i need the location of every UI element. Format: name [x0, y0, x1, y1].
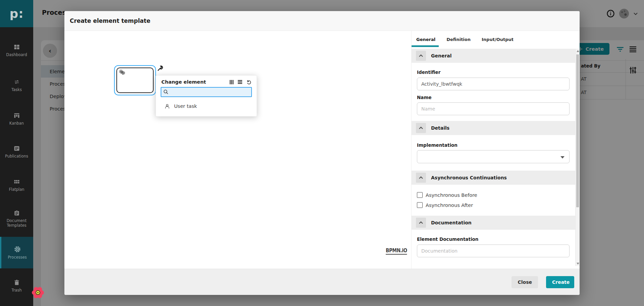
name-label: Name	[417, 95, 570, 100]
bpmn-canvas[interactable]: Change element	[64, 31, 411, 269]
identifier-label: Identifier	[417, 70, 570, 75]
tab-input-output[interactable]: Input/Output	[482, 37, 514, 42]
sidebar-item-label: Processes	[1, 255, 34, 260]
change-element-popup: Change element	[156, 75, 257, 117]
scrollbar-thumb[interactable]	[576, 54, 579, 207]
sidebar: p: Dashboard Tasks Kanban Publications	[0, 0, 33, 306]
reset-icon[interactable]	[246, 79, 252, 85]
sidebar-item-label: Publications	[0, 154, 33, 159]
close-button[interactable]: Close	[512, 276, 538, 288]
scroll-up-icon[interactable]	[577, 50, 579, 52]
sidebar-item-publications[interactable]: Publications	[0, 145, 33, 159]
modal-title: Create element template	[70, 17, 150, 24]
async-before-label: Asynchronous Before	[426, 192, 477, 198]
modal-header: Create element template	[64, 11, 580, 31]
collapse-general-button[interactable]	[416, 51, 426, 61]
create-element-template-modal: Create element template Change element	[64, 11, 580, 295]
collapse-documentation-button[interactable]	[416, 218, 426, 228]
sidebar-item-label: Flatplan	[0, 187, 33, 192]
document-templates-icon	[0, 210, 33, 216]
section-header-async: Asynchronous Continuations	[412, 171, 580, 185]
search-icon	[163, 89, 169, 95]
panel-scroll-area: General Identifier Name Details	[412, 48, 580, 269]
async-before-checkbox[interactable]	[417, 192, 423, 198]
element-documentation-label: Element Documentation	[417, 236, 570, 242]
popup-search-input[interactable]	[161, 87, 252, 97]
dashboard-icon	[0, 44, 33, 50]
sidebar-item-dashboard[interactable]: Dashboard	[0, 44, 33, 57]
service-task-gears-icon	[118, 69, 127, 77]
kanban-icon	[0, 112, 33, 119]
popup-option-user-task[interactable]: User task	[156, 100, 257, 112]
sidebar-item-tasks[interactable]: Tasks	[0, 79, 33, 92]
tab-definition[interactable]: Definition	[446, 37, 471, 42]
identifier-input[interactable]	[417, 78, 570, 90]
trash-icon	[0, 279, 33, 286]
documentation-input[interactable]	[417, 245, 570, 257]
create-button[interactable]: Create	[546, 276, 574, 288]
processes-icon	[1, 246, 34, 253]
collapse-details-button[interactable]	[416, 123, 426, 133]
modal-footer: Close Create	[64, 269, 580, 295]
list-view-icon[interactable]	[237, 80, 243, 84]
sidebar-item-flatplan[interactable]: Flatplan	[0, 178, 33, 192]
collapse-async-button[interactable]	[416, 173, 426, 183]
bpmn-task-shape[interactable]	[116, 68, 154, 93]
sidebar-item-processes[interactable]: Processes	[0, 237, 33, 268]
panel-tabs: General Definition Input/Output	[412, 31, 580, 48]
screen: p: Dashboard Tasks Kanban Publications	[0, 0, 644, 306]
user-task-icon	[164, 103, 170, 109]
publications-icon	[0, 145, 33, 152]
bpmn-io-watermark[interactable]: BPMN.iO	[386, 248, 407, 255]
tab-general[interactable]: General	[416, 37, 435, 42]
active-tab-underline	[412, 45, 439, 47]
sidebar-item-label: Document Templates	[0, 218, 33, 228]
wrench-icon[interactable]	[157, 65, 163, 72]
sidebar-item-label: Trash	[0, 288, 33, 293]
columns-view-icon[interactable]	[229, 80, 234, 85]
async-after-row: Asynchronous After	[412, 202, 580, 208]
sidebar-item-document-templates[interactable]: Document Templates	[0, 210, 33, 228]
scroll-down-icon[interactable]	[577, 263, 579, 265]
section-header-documentation: Documentation	[412, 216, 580, 230]
sidebar-item-label: Dashboard	[0, 52, 33, 57]
async-after-label: Asynchronous After	[426, 203, 473, 208]
popup-option-label: User task	[174, 103, 197, 109]
implementation-label: Implementation	[417, 142, 570, 148]
panel-scrollbar	[575, 49, 580, 266]
devtools-flower-icon[interactable]	[31, 286, 45, 300]
implementation-select[interactable]	[417, 150, 570, 163]
section-header-details: Details	[412, 121, 580, 135]
sidebar-item-trash[interactable]: Trash	[0, 279, 33, 293]
sidebar-item-kanban[interactable]: Kanban	[0, 112, 33, 126]
section-header-general: General	[412, 49, 580, 63]
sidebar-item-label: Kanban	[0, 121, 33, 126]
async-before-row: Asynchronous Before	[412, 192, 580, 198]
caret-down-icon	[560, 156, 565, 159]
name-input[interactable]	[417, 102, 570, 115]
popup-title: Change element	[161, 79, 229, 85]
async-after-checkbox[interactable]	[417, 202, 423, 208]
app-logo[interactable]: p:	[0, 0, 33, 27]
properties-panel: General Definition Input/Output General …	[411, 31, 580, 269]
flatplan-icon	[0, 178, 33, 185]
tasks-icon	[0, 79, 33, 85]
sidebar-item-label: Tasks	[0, 87, 33, 92]
